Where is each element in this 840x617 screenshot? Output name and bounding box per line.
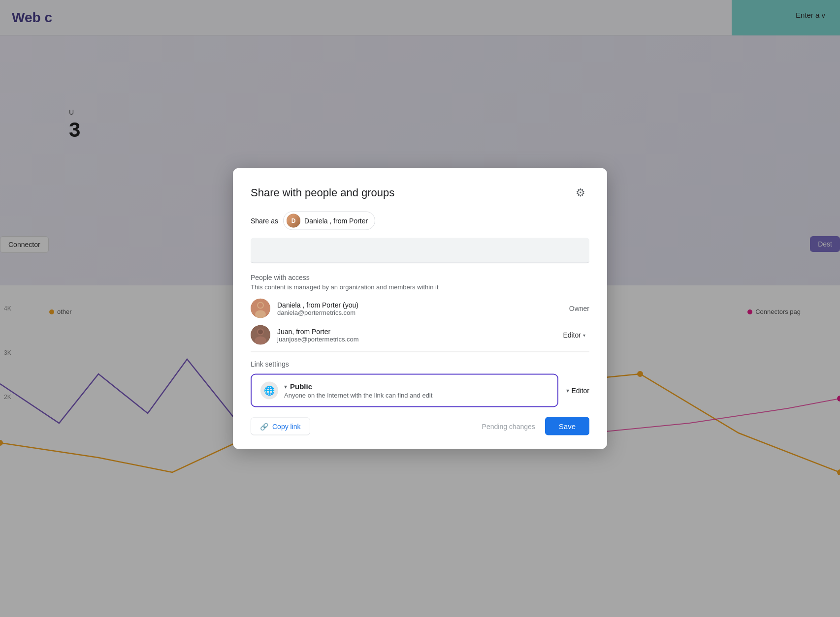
settings-button[interactable]: ⚙ [572, 184, 589, 202]
juan-face-svg [251, 325, 270, 345]
share-as-pill[interactable]: D Daniela , from Porter [283, 212, 375, 230]
modal-footer: 🔗 Copy link Pending changes Save [251, 417, 589, 435]
svg-point-6 [255, 310, 266, 318]
globe-icon: 🌐 [264, 385, 275, 396]
person-row-juan: Juan, from Porter juanjose@portermetrics… [251, 325, 589, 345]
daniela-name: Daniela , from Porter (you) [277, 301, 358, 308]
daniela-avatar-face [251, 299, 270, 318]
link-settings-section: Link settings 🌐 ▾ Public Anyone on the i… [251, 360, 589, 407]
chevron-link-icon: ▾ [566, 387, 569, 394]
people-section-title: People with access [251, 274, 589, 281]
link-option-text: ▾ Public Anyone on the internet with the… [284, 382, 549, 399]
juan-role-label: Editor [563, 331, 581, 339]
link-option-desc: Anyone on the internet with the link can… [284, 392, 549, 399]
juan-avatar [251, 325, 270, 345]
daniela-info: Daniela , from Porter (you) daniela@port… [277, 301, 358, 316]
juan-avatar-face [251, 325, 270, 345]
modal-header: Share with people and groups ⚙ [251, 184, 589, 202]
daniela-email: daniela@portermetrics.com [277, 308, 358, 316]
chain-icon: 🔗 [260, 422, 268, 430]
link-option-name: Public [290, 382, 312, 391]
globe-icon-wrap: 🌐 [260, 382, 278, 400]
section-divider [251, 352, 589, 352]
juan-info: Juan, from Porter juanjose@portermetrics… [277, 327, 359, 342]
add-people-input[interactable] [251, 238, 589, 264]
copy-link-button[interactable]: 🔗 Copy link [251, 417, 310, 435]
share-modal: Share with people and groups ⚙ Share as … [233, 168, 607, 449]
juan-email: juanjose@portermetrics.com [277, 335, 359, 342]
footer-right: Pending changes Save [482, 417, 589, 435]
copy-link-label: Copy link [272, 422, 301, 430]
daniela-role: Owner [569, 305, 589, 312]
person-left-juan: Juan, from Porter juanjose@portermetrics… [251, 325, 359, 345]
person-row-daniela: Daniela , from Porter (you) daniela@port… [251, 299, 589, 318]
daniela-face-svg [251, 299, 270, 318]
juan-role-dropdown[interactable]: Editor ▾ [559, 329, 589, 341]
link-role-dropdown[interactable]: ▾ Editor [566, 387, 589, 395]
pending-changes-text: Pending changes [482, 422, 535, 430]
people-with-access-section: People with access This content is manag… [251, 274, 589, 345]
people-section-subtitle: This content is managed by an organizati… [251, 283, 589, 291]
public-link-option[interactable]: 🌐 ▾ Public Anyone on the internet with t… [251, 374, 558, 407]
gear-icon: ⚙ [576, 186, 585, 199]
link-option-title-row: ▾ Public [284, 382, 549, 391]
share-as-name: Daniela , from Porter [304, 217, 368, 225]
save-button[interactable]: Save [545, 417, 589, 435]
daniela-avatar-small: D [287, 214, 300, 228]
share-as-row: Share as D Daniela , from Porter [251, 212, 589, 230]
person-left-daniela: Daniela , from Porter (you) daniela@port… [251, 299, 358, 318]
share-as-label: Share as [251, 217, 278, 225]
link-settings-row: 🌐 ▾ Public Anyone on the internet with t… [251, 374, 589, 407]
svg-point-7 [258, 303, 263, 308]
share-as-avatar: D [287, 214, 300, 228]
daniela-avatar [251, 299, 270, 318]
juan-role-chevron: ▾ [583, 332, 585, 338]
chevron-small-icon: ▾ [284, 383, 287, 390]
link-role-label: Editor [571, 387, 589, 395]
svg-point-11 [258, 330, 263, 335]
modal-title: Share with people and groups [251, 186, 394, 199]
link-settings-title: Link settings [251, 360, 589, 368]
juan-name: Juan, from Porter [277, 327, 359, 335]
